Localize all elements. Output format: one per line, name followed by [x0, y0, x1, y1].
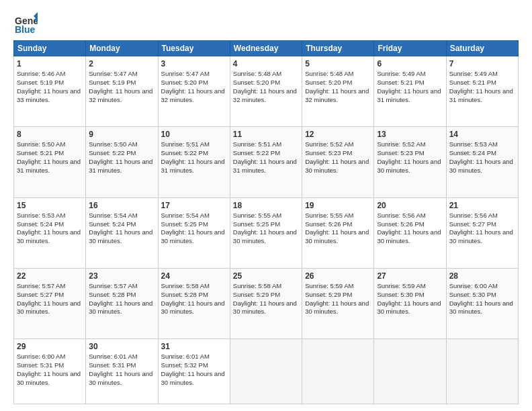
daylight-text: Daylight: 11 hours and 30 minutes.: [89, 370, 152, 386]
calendar-week-3: 15Sunrise: 5:53 AMSunset: 5:24 PMDayligh…: [14, 197, 519, 268]
day-number: 19: [305, 200, 371, 211]
day-number: 8: [17, 129, 83, 140]
day-header-thursday: Thursday: [302, 41, 374, 56]
sunset-text: Sunset: 5:27 PM: [17, 291, 64, 298]
sunrise-text: Sunrise: 5:57 AM: [17, 282, 65, 289]
sunrise-text: Sunrise: 5:47 AM: [89, 70, 137, 77]
calendar-cell: 11Sunrise: 5:51 AMSunset: 5:22 PMDayligh…: [230, 127, 302, 197]
calendar-cell: 9Sunrise: 5:50 AMSunset: 5:22 PMDaylight…: [86, 127, 158, 197]
daylight-text: Daylight: 11 hours and 30 minutes.: [161, 370, 225, 386]
daylight-text: Daylight: 11 hours and 30 minutes.: [17, 300, 81, 316]
daylight-text: Daylight: 11 hours and 30 minutes.: [305, 228, 369, 244]
calendar-week-4: 22Sunrise: 5:57 AMSunset: 5:27 PMDayligh…: [14, 268, 519, 338]
sunrise-text: Sunrise: 5:50 AM: [89, 140, 137, 148]
sunrise-text: Sunrise: 5:46 AM: [17, 70, 65, 77]
daylight-text: Daylight: 11 hours and 30 minutes.: [233, 228, 297, 244]
day-header-saturday: Saturday: [446, 41, 518, 56]
header: General Blue: [13, 11, 519, 35]
calendar-cell: 20Sunrise: 5:56 AMSunset: 5:26 PMDayligh…: [374, 197, 446, 268]
sunset-text: Sunset: 5:31 PM: [17, 361, 64, 369]
sunset-text: Sunset: 5:29 PM: [305, 291, 352, 298]
sunset-text: Sunset: 5:20 PM: [233, 79, 280, 86]
calendar-cell: [230, 339, 302, 404]
day-number: 26: [305, 271, 371, 281]
day-number: 11: [233, 129, 299, 140]
daylight-text: Daylight: 11 hours and 30 minutes.: [305, 158, 369, 174]
day-number: 29: [17, 341, 83, 352]
sunrise-text: Sunrise: 5:53 AM: [17, 212, 65, 219]
sunset-text: Sunset: 5:20 PM: [161, 79, 208, 86]
day-number: 22: [17, 271, 83, 281]
calendar-cell: [446, 339, 518, 404]
sunrise-text: Sunrise: 5:55 AM: [305, 212, 353, 219]
day-number: 21: [449, 200, 515, 211]
sunset-text: Sunset: 5:25 PM: [161, 220, 208, 228]
day-number: 18: [233, 200, 299, 211]
calendar-body: 1Sunrise: 5:46 AMSunset: 5:19 PMDaylight…: [14, 56, 519, 404]
calendar-cell: 30Sunrise: 6:01 AMSunset: 5:31 PMDayligh…: [86, 339, 158, 404]
day-number: 7: [449, 58, 515, 69]
sunset-text: Sunset: 5:23 PM: [377, 149, 424, 156]
sunrise-text: Sunrise: 5:49 AM: [377, 70, 425, 77]
calendar-week-5: 29Sunrise: 6:00 AMSunset: 5:31 PMDayligh…: [14, 339, 519, 404]
day-number: 4: [233, 58, 299, 69]
sunset-text: Sunset: 5:21 PM: [449, 79, 496, 86]
sunset-text: Sunset: 5:24 PM: [17, 220, 64, 228]
sunset-text: Sunset: 5:20 PM: [305, 79, 352, 86]
day-number: 14: [449, 129, 515, 140]
calendar-header-row: SundayMondayTuesdayWednesdayThursdayFrid…: [14, 41, 519, 56]
day-header-friday: Friday: [374, 41, 446, 56]
calendar-cell: [374, 339, 446, 404]
calendar-cell: 3Sunrise: 5:47 AMSunset: 5:20 PMDaylight…: [158, 56, 230, 127]
sunset-text: Sunset: 5:22 PM: [89, 149, 136, 156]
day-header-sunday: Sunday: [14, 41, 86, 56]
sunrise-text: Sunrise: 5:54 AM: [161, 212, 210, 219]
day-number: 3: [161, 58, 227, 69]
sunrise-text: Sunrise: 5:55 AM: [233, 212, 281, 219]
sunrise-text: Sunrise: 5:57 AM: [89, 282, 137, 289]
daylight-text: Daylight: 11 hours and 30 minutes.: [305, 300, 369, 316]
sunset-text: Sunset: 5:30 PM: [377, 291, 424, 298]
sunset-text: Sunset: 5:25 PM: [233, 220, 280, 228]
day-number: 13: [377, 129, 443, 140]
sunrise-text: Sunrise: 5:52 AM: [377, 140, 425, 148]
calendar-cell: 29Sunrise: 6:00 AMSunset: 5:31 PMDayligh…: [14, 339, 86, 404]
calendar-cell: 31Sunrise: 6:01 AMSunset: 5:32 PMDayligh…: [158, 339, 230, 404]
sunrise-text: Sunrise: 5:54 AM: [89, 212, 137, 219]
sunrise-text: Sunrise: 6:01 AM: [161, 353, 210, 360]
day-number: 27: [377, 271, 443, 281]
calendar-cell: 6Sunrise: 5:49 AMSunset: 5:21 PMDaylight…: [374, 56, 446, 127]
sunset-text: Sunset: 5:32 PM: [161, 361, 208, 369]
day-header-monday: Monday: [86, 41, 158, 56]
sunrise-text: Sunrise: 5:47 AM: [161, 70, 210, 77]
calendar-cell: 25Sunrise: 5:58 AMSunset: 5:29 PMDayligh…: [230, 268, 302, 338]
daylight-text: Daylight: 11 hours and 30 minutes.: [449, 158, 513, 174]
daylight-text: Daylight: 11 hours and 32 minutes.: [161, 87, 225, 103]
calendar-cell: 18Sunrise: 5:55 AMSunset: 5:25 PMDayligh…: [230, 197, 302, 268]
sunset-text: Sunset: 5:19 PM: [89, 79, 136, 86]
sunrise-text: Sunrise: 6:01 AM: [89, 353, 137, 360]
calendar-cell: 22Sunrise: 5:57 AMSunset: 5:27 PMDayligh…: [14, 268, 86, 338]
day-number: 16: [89, 200, 154, 211]
sunset-text: Sunset: 5:30 PM: [449, 291, 496, 298]
daylight-text: Daylight: 11 hours and 32 minutes.: [89, 87, 152, 103]
day-number: 24: [161, 271, 227, 281]
calendar-cell: 5Sunrise: 5:48 AMSunset: 5:20 PMDaylight…: [302, 56, 374, 127]
day-number: 9: [89, 129, 154, 140]
sunset-text: Sunset: 5:21 PM: [377, 79, 424, 86]
calendar-table: SundayMondayTuesdayWednesdayThursdayFrid…: [13, 40, 519, 404]
sunrise-text: Sunrise: 5:56 AM: [377, 212, 425, 219]
daylight-text: Daylight: 11 hours and 30 minutes.: [161, 300, 225, 316]
day-number: 25: [233, 271, 299, 281]
daylight-text: Daylight: 11 hours and 30 minutes.: [449, 228, 513, 244]
sunrise-text: Sunrise: 6:00 AM: [449, 282, 498, 289]
daylight-text: Daylight: 11 hours and 31 minutes.: [17, 158, 81, 174]
sunset-text: Sunset: 5:24 PM: [89, 220, 136, 228]
sunset-text: Sunset: 5:29 PM: [233, 291, 280, 298]
sunrise-text: Sunrise: 5:59 AM: [305, 282, 353, 289]
sunset-text: Sunset: 5:24 PM: [449, 149, 496, 156]
calendar-cell: 13Sunrise: 5:52 AMSunset: 5:23 PMDayligh…: [374, 127, 446, 197]
daylight-text: Daylight: 11 hours and 31 minutes.: [161, 158, 225, 174]
daylight-text: Daylight: 11 hours and 30 minutes.: [377, 228, 441, 244]
sunrise-text: Sunrise: 5:48 AM: [305, 70, 353, 77]
